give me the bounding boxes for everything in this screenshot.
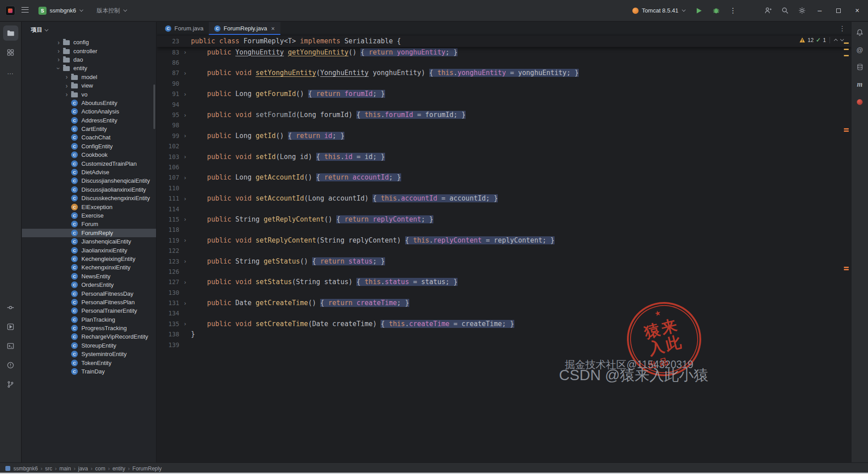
chevron-right-icon[interactable]: › [63,91,70,97]
tree-item-entity[interactable]: ›entity [22,64,156,72]
tree-item-TokenEntity[interactable]: CTokenEntity [22,358,156,367]
project-selector[interactable]: S ssmbgnk6 [35,4,87,17]
fold-icon[interactable]: › [179,320,191,327]
tree-item-EIException[interactable]: CEIException [22,202,156,211]
code-line-102[interactable]: 102 [157,141,851,151]
fold-icon[interactable]: › [179,237,191,243]
terminal-tool-icon[interactable] [3,338,18,353]
fold-icon[interactable]: › [179,300,191,306]
minimize-button[interactable]: – [812,3,828,18]
commit-tool-icon[interactable] [3,300,18,315]
breadcrumb-item-com[interactable]: com [95,466,106,472]
code-line-119[interactable]: 119› public void setReplyContent(String … [157,235,851,245]
code-line-115[interactable]: 115› public String getReplyContent() { r… [157,214,851,224]
tree-item-DietAdvise[interactable]: CDietAdvise [22,168,156,176]
tree-item-StoreupEntity[interactable]: CStoreupEntity [22,341,156,350]
code-line-135[interactable]: 135› public void setCreateTime(Date crea… [157,319,851,329]
code-line-99[interactable]: 99› public Long getId() { return id; } [157,130,851,141]
tree-item-dao[interactable]: ›dao [22,55,156,64]
code-line-110[interactable]: 110 [157,183,851,193]
fold-icon[interactable]: › [179,258,191,264]
more-actions-icon[interactable]: ⋮ [726,4,740,18]
breadcrumb-item-src[interactable]: src [45,466,52,472]
tree-item-AboutusEntity[interactable]: CAboutusEntity [22,99,156,107]
search-icon[interactable] [778,4,792,18]
code-area[interactable]: 83› public YonghuEntity getYonghuEntity(… [157,47,851,462]
chevron-right-icon[interactable]: › [63,83,70,89]
code-line-94[interactable]: 94 [157,99,851,109]
code-line-127[interactable]: 127› public void setStatus(String status… [157,277,851,287]
close-tab-icon[interactable]: × [271,25,275,32]
code-line-131[interactable]: 131› public Date getCreateTime() { retur… [157,298,851,308]
services-tool-icon[interactable] [3,319,18,334]
problems-tool-icon[interactable] [3,357,18,373]
fold-icon[interactable]: › [179,279,191,285]
stripe-duplicate-mark[interactable] [844,128,849,130]
tree-item-CoachChat[interactable]: CCoachChat [22,133,156,142]
tree-item-ActionAnalysis[interactable]: CActionAnalysis [22,107,156,116]
user-icon[interactable] [761,4,775,18]
stripe-warning-mark[interactable] [844,55,849,56]
breadcrumb-item-entity[interactable]: entity [112,466,125,472]
tree-item-DiscussjiaolianxinxiEntity[interactable]: CDiscussjiaolianxinxiEntity [22,185,156,194]
app-logo-icon[interactable] [5,6,15,16]
fold-icon[interactable]: › [179,174,191,181]
maximize-button[interactable] [830,3,847,18]
main-menu-icon[interactable] [21,7,29,14]
code-line-139[interactable]: 139 [157,340,851,350]
tree-item-AddressEntity[interactable]: CAddressEntity [22,116,156,125]
fold-icon[interactable]: › [179,70,191,76]
code-line-138[interactable]: 138} [157,329,851,340]
breadcrumb-item-ssmbgnk6[interactable]: ssmbgnk6 [13,466,38,472]
tree-item-KechengleixingEntity[interactable]: CKechengleixingEntity [22,255,156,263]
tree-item-NewsEntity[interactable]: CNewsEntity [22,272,156,281]
stripe-warning-mark[interactable] [844,42,849,44]
mentions-tool-icon[interactable]: @ [853,43,867,56]
more-tools-icon[interactable]: … [3,64,18,79]
tree-item-PersonalFitnessDay[interactable]: CPersonalFitnessDay [22,289,156,298]
fold-icon[interactable]: › [179,132,191,139]
tree-item-controller[interactable]: ›controller [22,46,156,55]
breadcrumb-item-java[interactable]: java [78,466,88,472]
tab-options-icon[interactable]: ⋮ [839,25,846,33]
tree-item-view[interactable]: ›view [22,81,156,90]
code-line-86[interactable]: 86 [157,57,851,67]
stripe-duplicate-mark[interactable] [844,267,849,268]
fold-icon[interactable]: › [179,195,191,202]
tree-item-model[interactable]: ›model [22,73,156,81]
tree-item-OrdersEntity[interactable]: COrdersEntity [22,281,156,289]
structure-tool-icon[interactable] [3,45,18,60]
project-tool-icon[interactable] [3,25,18,41]
chevron-right-icon[interactable]: › [63,74,70,80]
database-tool-icon[interactable] [853,60,867,74]
tab-forumreply-java[interactable]: C ForumReply.java × [209,22,280,35]
fold-icon[interactable]: › [179,91,191,97]
tree-item-ForumReply[interactable]: CForumReply [22,229,156,237]
code-line-98[interactable]: 98 [157,120,851,130]
tree-item-DiscussjianshenqicaiEntity[interactable]: CDiscussjianshenqicaiEntity [22,176,156,185]
chevron-right-icon[interactable]: › [55,39,62,46]
chevron-right-icon[interactable]: › [55,48,62,54]
breadcrumb-item-ForumReply[interactable]: ForumReply [132,466,161,472]
maven-tool-icon[interactable]: m [853,78,867,91]
run-button[interactable] [692,4,706,18]
inspections-widget[interactable]: 12 ✓ 1 [799,37,844,43]
tree-item-KechengxinxiEntity[interactable]: CKechengxinxiEntity [22,263,156,272]
code-line-118[interactable]: 118 [157,225,851,235]
tree-item-Forum[interactable]: CForum [22,220,156,228]
tab-forum-java[interactable]: C Forum.java [160,22,209,35]
notifications-tool-icon[interactable] [853,25,867,39]
breadcrumb-item-main[interactable]: main [59,466,71,472]
stripe-warning-mark[interactable] [844,49,849,50]
red-plugin-tool-icon[interactable] [853,95,867,109]
code-line-87[interactable]: 87› public void setYonghuEntity(YonghuEn… [157,68,851,78]
tree-item-JianshenqicaiEntity[interactable]: CJianshenqicaiEntity [22,237,156,246]
tree-item-SystemintroEntity[interactable]: CSystemintroEntity [22,350,156,358]
code-line-23[interactable]: 23public class ForumReply<T> implements … [157,35,401,47]
code-line-90[interactable]: 90 [157,78,851,88]
fold-icon[interactable]: › [179,153,191,160]
tree-item-PersonalFitnessPlan[interactable]: CPersonalFitnessPlan [22,298,156,306]
tree-item-CustomizedTrainPlan[interactable]: CCustomizedTrainPlan [22,159,156,168]
chevron-right-icon[interactable]: › [55,56,62,63]
debug-button[interactable] [709,4,723,18]
